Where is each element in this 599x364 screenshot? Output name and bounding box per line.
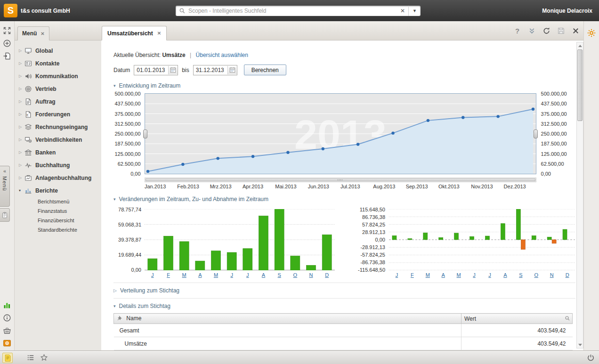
month-link[interactable]: O <box>528 272 544 278</box>
month-link[interactable]: F <box>405 272 420 278</box>
search-icon[interactable] <box>565 315 570 323</box>
date-from-input[interactable] <box>134 67 168 73</box>
triangle-right-icon[interactable]: ▷ <box>19 87 24 91</box>
search-dropdown-icon[interactable]: ▼ <box>408 6 421 16</box>
close-icon[interactable]: ✕ <box>40 31 44 36</box>
sidebar-item-verbindlichkeiten[interactable]: ▷Verbindlichkeiten <box>15 133 101 146</box>
month-link[interactable]: A <box>436 272 451 278</box>
sidebar-item-forderungen[interactable]: ▷€Forderungen <box>15 108 101 121</box>
scrollbar-thumb[interactable] <box>146 178 535 181</box>
add-icon[interactable] <box>2 39 12 48</box>
sidebar-subitem-finanzuebersicht[interactable]: Finanzübersicht <box>15 216 101 225</box>
select-overview-link[interactable]: Übersicht auswählen <box>196 52 248 58</box>
clipboard-icon[interactable] <box>0 208 10 222</box>
sidebar-subitem-finanzstatus[interactable]: Finanzstatus <box>15 206 101 216</box>
search-input[interactable] <box>187 7 397 15</box>
favorites-star-icon[interactable] <box>39 353 49 362</box>
search-clear-icon[interactable]: ✕ <box>397 8 408 14</box>
triangle-right-icon[interactable]: ▷ <box>19 112 24 116</box>
month-link[interactable]: M <box>451 272 467 278</box>
save-icon[interactable] <box>557 26 566 35</box>
scrollbar-thumb[interactable] <box>577 49 583 121</box>
month-link[interactable]: S <box>271 272 287 278</box>
month-link[interactable]: A <box>497 272 513 278</box>
month-link[interactable]: M <box>176 272 192 278</box>
column-header-wert[interactable]: Wert <box>461 314 573 324</box>
sidebar-item-kommunikation[interactable]: ▷Kommunikation <box>15 70 101 82</box>
close-icon[interactable] <box>571 26 580 35</box>
section-development-header[interactable]: ▾ Entwicklung im Zeitraum <box>113 82 575 89</box>
sidebar-subitem-standardberichte[interactable]: Standardberichte <box>15 225 101 235</box>
sidebar-item-berichte[interactable]: ▾Berichte <box>15 184 101 197</box>
settings-gear-icon[interactable] <box>586 28 597 38</box>
month-link[interactable]: D <box>559 272 575 278</box>
month-link[interactable]: O <box>287 272 303 278</box>
sidebar-item-vertrieb[interactable]: ▷Vertrieb <box>15 82 101 95</box>
month-link[interactable]: J <box>145 272 161 278</box>
month-link[interactable]: N <box>303 272 319 278</box>
close-icon[interactable]: ✕ <box>157 31 161 36</box>
triangle-right-icon[interactable]: ▷ <box>19 138 24 142</box>
triangle-right-icon[interactable]: ▷ <box>19 61 24 65</box>
basket-icon[interactable] <box>2 326 12 335</box>
scroll-down-button[interactable] <box>577 341 583 348</box>
menu-tab[interactable]: Menü ✕ <box>17 26 49 40</box>
info-icon[interactable] <box>2 313 12 323</box>
sidebar-subitem-berichtsmenue[interactable]: Berichtsmenü <box>15 197 101 206</box>
chart-horizontal-scrollbar[interactable] <box>145 178 536 182</box>
sidebar-item-global[interactable]: ▷Global <box>15 44 101 57</box>
scroll-up-button[interactable] <box>577 42 583 49</box>
expand-window-icon[interactable] <box>2 26 12 35</box>
month-link[interactable]: J <box>467 272 482 278</box>
statistics-icon[interactable] <box>2 300 12 310</box>
triangle-right-icon[interactable]: ▷ <box>19 74 24 78</box>
sidebar-item-kontakte[interactable]: ▷Kontakte <box>15 57 101 70</box>
collapse-menu-button[interactable]: « Menü <box>0 166 10 207</box>
section-changes-header[interactable]: ▾ Veränderungen im Zeitraum, Zu- und Abn… <box>113 196 575 202</box>
column-header-name[interactable]: Name <box>114 314 461 324</box>
month-link[interactable]: N <box>544 272 559 278</box>
sidebar-item-auftrag[interactable]: ▷Auftrag <box>15 95 101 108</box>
safe-icon[interactable] <box>2 339 12 348</box>
month-link[interactable]: F <box>161 272 177 278</box>
month-link[interactable]: A <box>256 272 272 278</box>
export-page-icon[interactable] <box>2 51 12 61</box>
month-link[interactable]: D <box>319 272 335 278</box>
power-icon[interactable] <box>586 353 595 362</box>
refresh-icon[interactable] <box>542 26 551 35</box>
calendar-icon[interactable] <box>168 66 178 74</box>
sidebar-item-banken[interactable]: ▷Banken <box>15 146 101 159</box>
vertical-scrollbar[interactable] <box>576 42 583 348</box>
month-link[interactable]: J <box>482 272 498 278</box>
month-link[interactable]: J <box>240 272 256 278</box>
triangle-right-icon[interactable]: ▷ <box>19 49 24 53</box>
triangle-right-icon[interactable]: ▷ <box>19 150 24 154</box>
triangle-right-icon[interactable]: ▷ <box>19 99 24 104</box>
range-handle-right[interactable] <box>534 129 538 138</box>
triangle-right-icon[interactable]: ▷ <box>19 176 24 180</box>
range-handle-left[interactable] <box>143 129 147 138</box>
note-icon[interactable] <box>2 353 13 363</box>
sidebar-item-anlagenbuchhaltung[interactable]: ▷Anlagenbuchhaltung <box>15 171 101 184</box>
app-logo[interactable]: S <box>4 4 17 17</box>
list-view-icon[interactable] <box>26 353 35 362</box>
triangle-right-icon[interactable]: ▷ <box>19 163 24 167</box>
berechnen-button[interactable]: Berechnen <box>244 65 286 75</box>
section-details-header[interactable]: ▾ Details zum Stichtag <box>113 298 575 309</box>
month-link[interactable]: A <box>192 272 208 278</box>
month-link[interactable]: M <box>208 272 224 278</box>
sidebar-item-buchhaltung[interactable]: ▷Buchhaltung <box>15 159 101 171</box>
section-distribution-header[interactable]: ▷ Verteilung zum Stichtag <box>113 283 575 294</box>
month-link[interactable]: J <box>224 272 240 278</box>
tab-umsatzuebersicht[interactable]: Umsatzübersicht ✕ <box>102 26 167 40</box>
pin-icon[interactable] <box>117 315 122 322</box>
sidebar-item-rechnungseingang[interactable]: ▷Rechnungseingang <box>15 121 101 133</box>
date-to-input[interactable] <box>194 67 227 73</box>
collapse-all-icon[interactable] <box>527 26 536 35</box>
table-row[interactable]: Gesamt403.549,42 <box>114 324 573 337</box>
user-name[interactable]: Monique Delacroix <box>542 8 592 14</box>
month-link[interactable]: S <box>513 272 528 278</box>
triangle-down-icon[interactable]: ▾ <box>19 188 24 193</box>
help-icon[interactable]: ? <box>513 26 522 35</box>
month-link[interactable]: J <box>389 272 405 278</box>
